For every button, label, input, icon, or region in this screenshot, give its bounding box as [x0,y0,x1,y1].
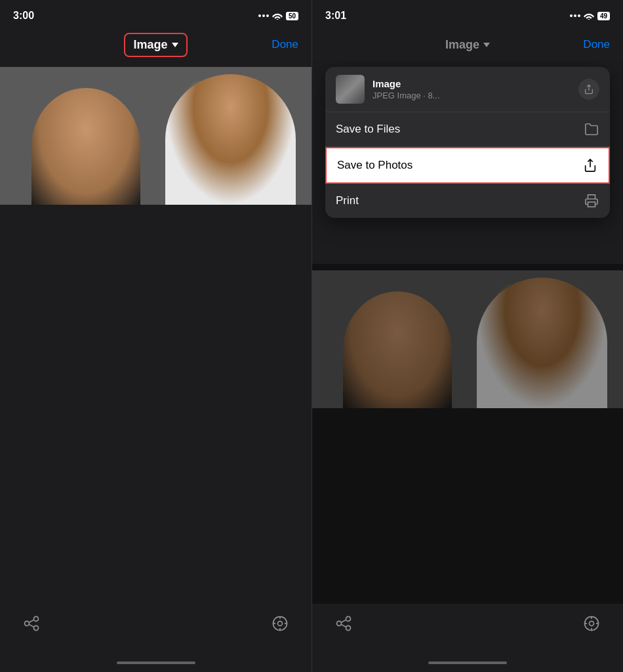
nav-title-left: Image [133,38,167,52]
status-time-left: 3:00 [13,10,34,22]
dropdown-share-button[interactable] [578,79,599,100]
photo-display-left [0,60,312,551]
status-bar-right: 3:01 49 [312,0,623,29]
person-left-left [31,88,140,205]
battery-right: 49 [597,12,610,20]
home-bar-right [428,662,507,664]
menu-overlay[interactable] [312,264,623,604]
photo-art-left [0,67,312,205]
share-icon-left[interactable] [20,612,43,635]
dropdown-file-meta: JPEG Image · 8... [372,91,571,100]
bottom-toolbar-right [312,604,623,656]
status-time-right: 3:01 [325,10,346,22]
content-area-right: Image JPEG Image · 8... Save to Files [312,60,623,604]
svg-rect-10 [588,202,595,207]
nav-bar-left: Image Done [0,29,312,60]
wifi-icon-left [272,12,283,20]
svg-point-7 [588,19,590,20]
home-indicator-right [312,656,623,672]
svg-point-12 [590,621,594,626]
share-icon-right[interactable] [332,612,355,635]
left-panel: 3:00 50 Image Done [0,0,312,672]
person-right-left [165,74,296,205]
save-to-photos-label: Save to Photos [337,159,412,172]
dropdown-header: Image JPEG Image · 8... [325,67,610,112]
wifi-icon-right [584,12,594,20]
dropdown-thumbnail [336,75,365,104]
home-bar-left [117,662,195,664]
dropdown-file-info: Image JPEG Image · 8... [372,78,571,100]
folder-icon [584,121,599,137]
chevron-icon-right [483,43,490,47]
location-icon-left[interactable] [268,612,292,635]
content-area-left [0,60,312,604]
chevron-icon-left [172,43,178,47]
status-bar-left: 3:00 50 [0,0,312,29]
status-icons-right: 49 [570,12,610,20]
battery-left: 50 [286,12,298,20]
signal-dots-left [258,14,269,17]
nav-title-right: Image [445,38,479,52]
image-dropdown-btn-left[interactable]: Image [124,33,187,57]
dropdown-menu: Image JPEG Image · 8... Save to Files [325,67,610,218]
done-btn-right[interactable]: Done [583,38,610,51]
print-icon [584,193,599,209]
save-to-files-item[interactable]: Save to Files [325,112,610,147]
right-panel: 3:01 49 Image Done [312,0,623,672]
dropdown-file-name: Image [372,78,571,89]
share-icon-dropdown [584,84,594,94]
home-indicator-left [0,656,312,672]
save-to-photos-item[interactable]: Save to Photos [325,147,610,184]
status-icons-left: 50 [258,12,298,20]
svg-point-2 [278,621,283,626]
bottom-toolbar-left [0,604,312,656]
print-item[interactable]: Print [325,184,610,218]
print-label: Print [336,194,359,207]
signal-dots-right [570,14,580,17]
image-dropdown-btn-right[interactable]: Image [437,34,498,56]
photo-frame-left [0,67,312,205]
nav-bar-right: Image Done [312,29,623,60]
svg-point-0 [277,19,279,20]
done-btn-left[interactable]: Done [271,38,298,51]
save-photo-icon [582,158,598,173]
save-to-files-label: Save to Files [336,123,400,136]
location-icon-right[interactable] [580,612,603,635]
